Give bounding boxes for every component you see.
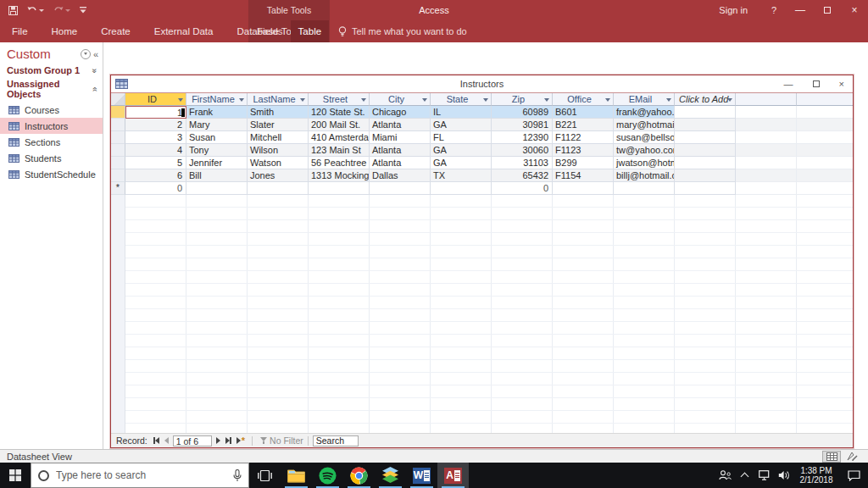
table-window-titlebar[interactable]: Instructors — × [111,75,853,93]
column-header-state[interactable]: State [431,93,492,106]
cell-zip[interactable]: 30981 [492,119,553,131]
cell-street[interactable]: 56 Peachtree S [309,157,370,169]
sidebar-item-students[interactable]: Students [0,150,103,166]
chevron-down-icon[interactable]: » [91,68,100,73]
datasheet-view-button[interactable] [822,451,841,463]
column-header-office[interactable]: Office [553,93,614,106]
redo-icon[interactable] [53,6,70,14]
row-selector[interactable] [111,106,125,119]
cell-state[interactable]: FL [431,131,492,144]
cell-firstname[interactable]: Tony [186,144,248,157]
cell-lastname[interactable]: Smith [248,106,309,119]
cell-lastname[interactable]: Wilson [248,144,309,157]
select-all-corner[interactable] [111,93,125,106]
cell-street[interactable]: 1313 Mockingb [309,169,370,182]
column-header-firstname[interactable]: FirstName [186,93,248,106]
spotify-button[interactable] [312,463,343,488]
cell-firstname[interactable] [186,182,248,195]
record-search-input[interactable] [313,435,359,446]
taskbar-clock[interactable]: 1:38 PM 2/1/2018 [793,466,839,485]
cell-state[interactable]: GA [431,144,492,157]
cell-zip[interactable]: 30060 [492,144,553,157]
cell-email[interactable]: mary@hotmail [614,119,675,131]
help-button[interactable]: ? [761,0,787,20]
cell-city[interactable]: Atlanta [370,157,431,169]
table-close-button[interactable]: × [839,79,844,89]
column-header-email[interactable]: EMail [614,93,675,106]
sidebar-item-instructors[interactable]: Instructors [0,118,103,134]
row-selector[interactable] [111,131,125,144]
cell-firstname[interactable]: Frank [186,106,248,119]
column-dropdown-icon[interactable] [483,98,488,102]
cell-id[interactable]: 1 [125,106,186,119]
cell-city[interactable]: Atlanta [370,144,431,157]
tray-chevron-icon[interactable] [735,471,754,480]
nav-group-unassigned-objects[interactable]: Unassigned Objects» [0,77,103,101]
undo-icon[interactable] [27,6,44,14]
column-dropdown-icon[interactable] [727,98,732,102]
cell-city[interactable]: Miami [370,131,431,144]
column-dropdown-icon[interactable] [666,98,671,102]
sidebar-item-studentschedule[interactable]: StudentSchedule [0,166,103,182]
ribbon-tab-external-data[interactable]: External Data [142,20,225,42]
cell-click-to-add[interactable] [675,106,736,119]
cell-office[interactable]: B221 [553,119,614,131]
column-header-street[interactable]: Street [309,93,370,106]
cell-state[interactable]: GA [431,157,492,169]
column-header-lastname[interactable]: LastName [248,93,309,106]
shutter-bar-close-icon[interactable]: « [93,49,98,59]
cell-click-to-add[interactable] [675,182,736,195]
restore-button[interactable] [814,0,841,20]
close-button[interactable]: × [841,0,868,20]
undo-dropdown-icon[interactable] [39,9,44,12]
cell-state[interactable]: TX [431,169,492,182]
cell-city[interactable]: Dallas [370,169,431,182]
cell-state[interactable]: GA [431,119,492,131]
cell-email[interactable]: billj@hotmail.c [614,169,675,182]
redo-dropdown-icon[interactable] [65,9,70,12]
bluestacks-button[interactable] [375,463,406,488]
cell-email[interactable]: jwatson@hotm [614,157,675,169]
cell-id[interactable]: 2 [125,119,186,131]
cell-id[interactable]: 4 [125,144,186,157]
cell-id[interactable]: 5 [125,157,186,169]
cell-id[interactable]: 6 [125,169,186,182]
cell-email[interactable]: tw@yahoo.con [614,144,675,157]
click-to-add-header[interactable]: Click to Add [675,93,736,106]
column-header-id[interactable]: ID [125,93,186,106]
cell-firstname[interactable]: Susan [186,131,248,144]
column-dropdown-icon[interactable] [178,98,183,102]
ribbon-tab-create[interactable]: Create [89,20,142,42]
cell-street[interactable]: 123 Main St [309,144,370,157]
nav-group-custom-group-1[interactable]: Custom Group 1» [0,64,103,77]
row-selector[interactable] [111,119,125,131]
cell-city[interactable]: Chicago [370,106,431,119]
cell-street[interactable]: 410 Amsterdan [309,131,370,144]
sign-in-button[interactable]: Sign in [705,0,761,20]
cell-lastname[interactable]: Watson [248,157,309,169]
record-position-box[interactable]: 1 of 6 [173,435,212,446]
design-view-button[interactable] [843,451,861,463]
cell-lastname[interactable] [248,182,309,195]
cell-id[interactable]: 3 [125,131,186,144]
column-header-zip[interactable]: Zip [492,93,553,106]
save-icon[interactable] [8,6,18,15]
ribbon-tab-fields[interactable]: Fields [249,20,291,42]
row-selector[interactable] [111,169,125,182]
cell-street[interactable]: 200 Mail St. [309,119,370,131]
cell-zip[interactable]: 65432 [492,169,553,182]
file-explorer-button[interactable] [281,463,312,488]
first-record-button[interactable] [153,437,159,444]
cell-office[interactable]: F1123 [553,144,614,157]
new-record-selector[interactable]: * [111,182,125,195]
taskbar-search-box[interactable]: Type here to search [31,463,249,488]
column-header-city[interactable]: City [370,93,431,106]
action-center-button[interactable] [839,470,868,481]
cell-zip[interactable]: 12390 [492,131,553,144]
tell-me-box[interactable]: Tell me what you want to do [338,20,467,42]
cell-zip[interactable]: 60989 [492,106,553,119]
cell-click-to-add[interactable] [675,119,736,131]
cell-state[interactable] [431,182,492,195]
cell-lastname[interactable]: Mitchell [248,131,309,144]
nav-pane-menu-icon[interactable] [81,49,91,59]
